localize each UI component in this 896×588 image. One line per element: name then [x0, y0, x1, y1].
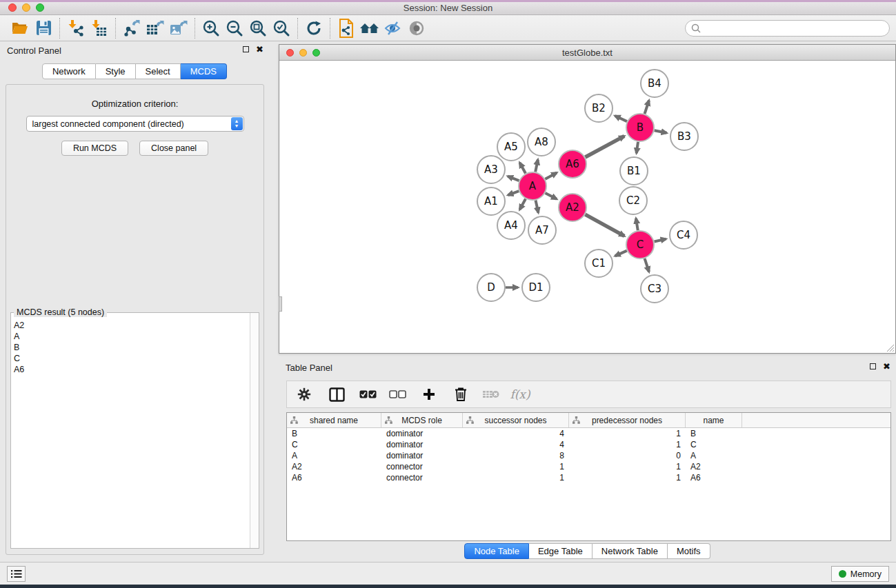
graph-edge-C-C2[interactable] [636, 219, 638, 231]
graph-node-C1[interactable]: C1 [585, 250, 613, 277]
graph-edge-B-B1[interactable] [637, 142, 638, 153]
column-header-shared-name[interactable]: shared name [287, 413, 381, 427]
criterion-dropdown[interactable]: largest connected component (directed) ▲… [26, 116, 244, 132]
table-cell[interactable]: A6 [287, 473, 381, 483]
column-header-predecessor-nodes[interactable]: predecessor nodes [569, 413, 686, 427]
refresh-layout-icon[interactable] [302, 18, 326, 39]
graph-node-A1[interactable]: A1 [477, 187, 505, 215]
function-builder-icon[interactable]: f(x) [510, 385, 530, 404]
open-session-icon[interactable] [8, 18, 32, 39]
zoom-out-icon[interactable] [223, 18, 246, 39]
mcds-result-item[interactable]: A2 [14, 320, 250, 331]
mcds-result-item[interactable]: B [14, 342, 250, 353]
graph-node-A2[interactable]: A2 [559, 194, 586, 221]
import-table-icon[interactable] [88, 18, 111, 39]
mcds-result-item[interactable]: C [14, 353, 250, 364]
table-row[interactable]: Adominator80A [287, 450, 890, 461]
close-panel-button[interactable]: Close panel [139, 141, 208, 156]
table-cell[interactable]: A [686, 451, 742, 460]
table-cell[interactable]: connector [381, 473, 463, 483]
table-cell[interactable]: 1 [569, 429, 686, 438]
close-panel-icon[interactable]: ✖ [256, 46, 263, 52]
mcds-result-list[interactable]: A2ABCA6 [11, 316, 250, 548]
mcds-result-item[interactable]: A [14, 331, 250, 342]
network-document-icon[interactable] [335, 18, 358, 39]
export-network-icon[interactable] [120, 18, 143, 39]
table-cell[interactable]: 8 [463, 451, 569, 460]
home-networks-icon[interactable] [358, 18, 381, 39]
table-cell[interactable]: A6 [686, 473, 742, 483]
close-table-panel-icon[interactable]: ✖ [883, 363, 890, 369]
table-cell[interactable]: 4 [463, 440, 569, 449]
resize-grip-icon[interactable] [886, 344, 895, 352]
network-canvas[interactable]: B4B2BB3A8A5A6A3B1AC2A1A2A4A7C4CC1DC3D1 [279, 61, 895, 353]
settings-gear-icon[interactable] [294, 385, 315, 404]
table-cell[interactable]: C [287, 440, 381, 449]
graph-edge-A-A1[interactable] [508, 191, 519, 195]
table-cell[interactable]: A2 [287, 462, 381, 472]
export-table-icon[interactable] [143, 18, 167, 39]
graph-node-A4[interactable]: A4 [497, 212, 525, 239]
table-cell[interactable]: B [287, 429, 381, 438]
graph-node-B3[interactable]: B3 [670, 123, 698, 150]
graph-node-B4[interactable]: B4 [641, 70, 668, 97]
table-cell[interactable]: 1 [569, 462, 686, 472]
table-cell[interactable]: 4 [463, 429, 569, 438]
graph-node-A5[interactable]: A5 [497, 133, 525, 161]
graph-edge-A-A3[interactable] [508, 176, 519, 181]
graph-edge-C-C1[interactable] [615, 251, 627, 256]
table-tab-motifs[interactable]: Motifs [668, 543, 710, 559]
import-network-icon[interactable] [64, 18, 88, 39]
table-cell[interactable]: B [686, 429, 742, 438]
graph-edge-A6-B[interactable] [585, 136, 624, 157]
graph-edge-B-B4[interactable] [645, 101, 649, 114]
delete-table-icon[interactable] [481, 385, 501, 404]
table-cell[interactable]: connector [381, 462, 463, 472]
add-column-icon[interactable] [419, 385, 439, 404]
graph-edge-A2-C[interactable] [585, 214, 624, 236]
table-row[interactable]: A6connector11A6 [287, 472, 890, 483]
graph-node-A[interactable]: A [519, 172, 546, 200]
mcds-result-item[interactable]: A6 [14, 364, 250, 375]
graph-edge-A-A7[interactable] [535, 201, 538, 213]
memory-button[interactable]: Memory [831, 566, 889, 582]
column-header-name[interactable]: name [686, 413, 742, 427]
table-cell[interactable]: A2 [686, 462, 742, 472]
graph-node-A3[interactable]: A3 [477, 156, 505, 183]
tab-network[interactable]: Network [42, 63, 96, 79]
graph-edge-B-B2[interactable] [615, 116, 627, 121]
node-table[interactable]: shared nameMCDS rolesuccessor nodesprede… [286, 412, 891, 541]
task-history-button[interactable] [7, 566, 26, 582]
table-cell[interactable]: A [287, 451, 381, 460]
hide-selection-eye-icon[interactable] [381, 18, 405, 39]
search-field[interactable] [685, 20, 890, 37]
column-header-successor-nodes[interactable]: successor nodes [463, 413, 569, 427]
export-image-icon[interactable] [167, 18, 190, 39]
table-row[interactable]: A2connector11A2 [287, 461, 890, 472]
graph-node-B[interactable]: B [626, 114, 654, 141]
search-input[interactable] [701, 22, 889, 34]
graph-node-C2[interactable]: C2 [619, 187, 647, 214]
save-session-icon[interactable] [32, 18, 55, 39]
table-cell[interactable]: 1 [569, 440, 686, 449]
table-cell[interactable]: dominator [381, 429, 463, 438]
graph-node-A8[interactable]: A8 [528, 128, 555, 156]
tab-style[interactable]: Style [96, 63, 136, 79]
table-cell[interactable]: C [686, 440, 742, 449]
zoom-in-icon[interactable] [199, 18, 223, 39]
delete-column-icon[interactable] [450, 385, 471, 404]
graph-edge-C-C3[interactable] [645, 258, 649, 272]
panel-splitter-handle[interactable] [279, 296, 282, 312]
show-selection-eye-icon[interactable] [405, 18, 428, 39]
column-layout-icon[interactable] [326, 385, 347, 404]
table-tab-network-table[interactable]: Network Table [593, 543, 668, 559]
graph-node-C4[interactable]: C4 [670, 221, 697, 249]
table-cell[interactable]: 1 [463, 473, 569, 483]
zoom-selected-icon[interactable] [270, 18, 293, 39]
table-cell[interactable]: 1 [569, 473, 686, 483]
network-window-titlebar[interactable]: testGlobe.txt [279, 45, 895, 61]
graph-edge-A-A2[interactable] [546, 193, 557, 199]
run-mcds-button[interactable]: Run MCDS [61, 141, 128, 156]
graph-edge-A-A6[interactable] [545, 173, 557, 179]
column-header-MCDS-role[interactable]: MCDS role [381, 413, 463, 427]
